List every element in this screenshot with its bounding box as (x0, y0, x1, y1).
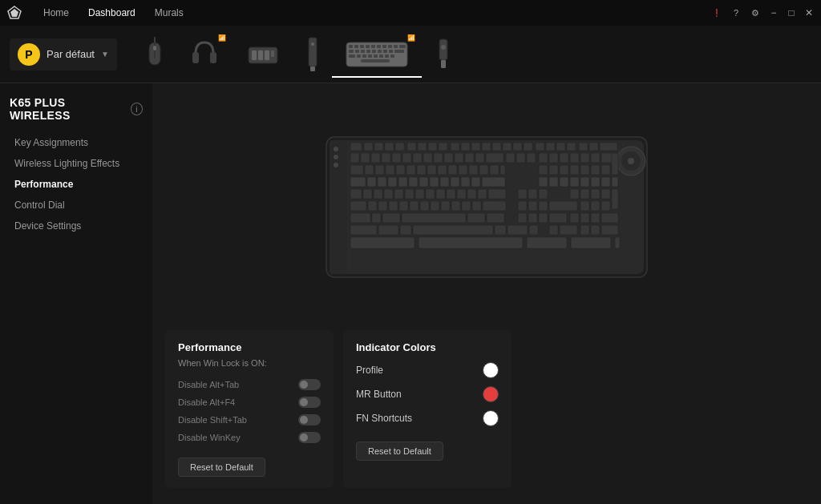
svg-rect-103 (365, 165, 374, 175)
svg-rect-46 (441, 60, 446, 68)
svg-rect-142 (580, 177, 589, 187)
device-keyboard[interactable]: 📶 (332, 31, 422, 78)
svg-rect-158 (478, 189, 487, 199)
svg-rect-111 (448, 165, 457, 175)
sidebar-item-control-dial[interactable]: Control Dial (10, 196, 143, 215)
info-icon[interactable]: i (131, 103, 143, 115)
chevron-down-icon: ▼ (101, 50, 109, 58)
svg-rect-50 (330, 140, 347, 274)
device-mouse[interactable] (133, 31, 176, 78)
color-row-mr-button: MR Button (356, 382, 499, 406)
svg-rect-55 (364, 143, 373, 151)
sidebar-item-device-settings[interactable]: Device Settings (10, 216, 143, 236)
device-title: K65 PLUS WIRELESS (10, 96, 124, 122)
maximize-button[interactable]: □ (786, 7, 797, 18)
toggle-switch-alt-tab[interactable] (298, 379, 321, 390)
svg-rect-187 (601, 201, 610, 211)
svg-rect-100 (591, 153, 600, 163)
svg-rect-136 (471, 177, 480, 187)
settings-icon[interactable]: ⚙ (749, 6, 762, 19)
close-button[interactable]: ✕ (803, 7, 815, 18)
keyboard-image (318, 133, 655, 281)
device-list: 📶 📶 (133, 31, 811, 78)
svg-rect-122 (591, 165, 600, 175)
svg-rect-135 (461, 177, 470, 187)
svg-rect-152 (415, 189, 424, 199)
svg-rect-197 (549, 213, 567, 223)
svg-rect-60 (418, 143, 427, 151)
svg-rect-58 (395, 143, 404, 151)
svg-rect-194 (518, 213, 527, 223)
svg-rect-148 (374, 189, 382, 199)
sidebar-item-key-assignments[interactable]: Key Assignments (10, 133, 143, 152)
device-headset[interactable]: 📶 (176, 31, 233, 78)
profile-icon: P (18, 43, 40, 66)
svg-rect-17 (349, 45, 353, 48)
svg-rect-92 (506, 153, 515, 163)
toggle-switch-alt-f4[interactable] (298, 397, 321, 408)
color-label-profile: Profile (356, 365, 383, 376)
device-hub[interactable] (233, 31, 293, 78)
svg-rect-42 (385, 54, 389, 58)
svg-rect-59 (407, 143, 416, 151)
help-icon[interactable]: ? (730, 6, 742, 19)
svg-rect-157 (467, 189, 476, 199)
toggle-switch-winkey[interactable] (298, 432, 321, 443)
svg-rect-18 (354, 45, 358, 48)
color-dot-fn-shortcuts[interactable] (483, 410, 499, 426)
svg-rect-41 (379, 54, 383, 58)
svg-rect-214 (350, 237, 415, 248)
svg-rect-201 (601, 213, 618, 223)
svg-rect-31 (372, 50, 376, 53)
color-label-fn-shortcuts: FN Shortcuts (356, 413, 412, 424)
svg-rect-218 (615, 237, 620, 248)
svg-rect-115 (490, 165, 499, 175)
performance-panel: Performance When Win Lock is ON: Disable… (165, 330, 334, 488)
svg-rect-160 (518, 189, 527, 199)
svg-rect-24 (388, 45, 392, 48)
svg-rect-153 (426, 189, 435, 199)
svg-rect-134 (451, 177, 459, 187)
svg-rect-68 (503, 143, 512, 151)
svg-rect-20 (366, 45, 370, 48)
svg-rect-9 (252, 50, 257, 60)
svg-rect-120 (570, 165, 579, 175)
main-content: K65 PLUS WIRELESS i Key Assignments Wire… (0, 83, 821, 504)
nav-dashboard[interactable]: Dashboard (80, 4, 144, 22)
profile-selector[interactable]: P Par défaut ▼ (10, 38, 117, 71)
nav-home[interactable]: Home (35, 4, 77, 22)
indicator-colors-reset-button[interactable]: Reset to Default (356, 442, 443, 461)
svg-rect-125 (350, 177, 366, 187)
svg-rect-172 (399, 201, 408, 211)
svg-rect-212 (591, 225, 600, 235)
toggle-disable-alt-tab: Disable Alt+Tab (178, 376, 321, 393)
svg-rect-124 (612, 153, 618, 175)
svg-rect-12 (271, 50, 274, 57)
svg-rect-183 (539, 201, 548, 211)
svg-rect-121 (580, 165, 589, 175)
device-usb[interactable] (422, 31, 465, 78)
sidebar-item-performance[interactable]: Performance (10, 175, 143, 194)
profile-name: Par défaut (47, 48, 95, 60)
color-dot-profile[interactable] (483, 362, 499, 378)
toggle-switch-shift-tab[interactable] (298, 414, 321, 425)
nav-murals[interactable]: Murals (147, 4, 192, 22)
color-dot-mr-button[interactable] (483, 386, 499, 402)
svg-rect-149 (384, 189, 393, 199)
minimize-button[interactable]: − (768, 7, 779, 18)
svg-rect-179 (472, 201, 481, 211)
device-stick[interactable] (293, 31, 332, 78)
svg-rect-25 (394, 45, 398, 48)
performance-reset-button[interactable]: Reset to Default (178, 458, 265, 477)
indicator-colors-title: Indicator Colors (356, 341, 499, 353)
svg-rect-193 (487, 213, 504, 223)
svg-rect-159 (488, 189, 506, 199)
svg-rect-140 (560, 177, 568, 187)
svg-rect-23 (382, 45, 386, 48)
svg-point-53 (628, 158, 634, 164)
sidebar-item-wireless-lighting[interactable]: Wireless Lighting Effects (10, 154, 143, 173)
toggle-disable-winkey: Disable WinKey (178, 429, 321, 446)
alert-icon[interactable]: ! (710, 6, 723, 19)
performance-panel-subtitle: When Win Lock is ON: (178, 358, 321, 368)
svg-rect-26 (399, 45, 406, 48)
